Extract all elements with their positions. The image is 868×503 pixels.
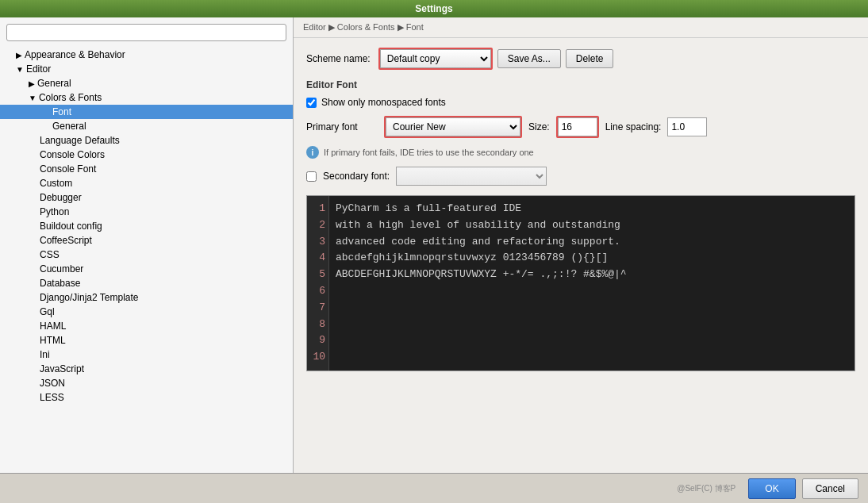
scheme-select[interactable]: Default copy [380, 49, 491, 68]
sidebar-item-font[interactable]: Font [0, 105, 293, 119]
sidebar-item-haml[interactable]: HAML [0, 319, 293, 333]
delete-button[interactable]: Delete [566, 49, 614, 68]
sidebar-item-django[interactable]: Django/Jinja2 Template [0, 290, 293, 305]
secondary-font-label: Secondary font: [323, 171, 390, 182]
line-number: 1 [310, 201, 325, 217]
primary-font-select[interactable]: Courier New [386, 117, 520, 136]
sidebar-item-label: HAML [40, 321, 66, 332]
sidebar-item-coffeescript[interactable]: CoffeeScript [0, 233, 293, 248]
monospaced-row: Show only monospaced fonts [306, 97, 855, 108]
title-text: Settings [415, 3, 452, 14]
size-label: Size: [528, 121, 550, 132]
scheme-select-wrap: Default copy [378, 48, 493, 70]
sidebar-item-custom[interactable]: Custom [0, 176, 293, 190]
info-icon: i [306, 146, 319, 159]
line-number: 2 [310, 217, 325, 234]
sidebar-item-colors-fonts[interactable]: Colors & Fonts [0, 90, 293, 105]
sidebar-item-ini[interactable]: Ini [0, 347, 293, 362]
code-line: advanced code editing and refactoring su… [336, 234, 848, 251]
sidebar-item-label: Ini [40, 349, 50, 360]
sidebar-item-debugger[interactable]: Debugger [0, 190, 293, 205]
code-area: PyCharm is a full-featured IDEwith a hig… [329, 196, 855, 371]
primary-font-label: Primary font [306, 121, 378, 132]
scheme-label: Scheme name: [306, 53, 371, 64]
sidebar-item-language-defaults[interactable]: Language Defaults [0, 133, 293, 148]
secondary-font-select[interactable] [396, 167, 547, 186]
sidebar-item-label: JavaScript [40, 363, 84, 374]
footer: @SelF(C) 博客P OK Cancel [0, 473, 868, 503]
sidebar-item-editor[interactable]: Editor [0, 62, 293, 76]
sidebar-item-label: JSON [40, 378, 65, 389]
line-number: 4 [310, 250, 325, 267]
sidebar-item-label: Language Defaults [40, 135, 120, 146]
sidebar-item-css[interactable]: CSS [0, 248, 293, 262]
size-input[interactable] [558, 117, 597, 136]
arrow-icon [29, 79, 35, 88]
sidebar-item-label: Console Font [40, 163, 96, 175]
tree-container: Appearance & BehaviorEditorGeneralColors… [0, 48, 293, 405]
sidebar-item-editor-general[interactable]: General [0, 119, 293, 133]
right-panel: Editor ▶ Colors & Fonts ▶ Font Scheme na… [294, 17, 868, 473]
line-number: 9 [310, 332, 325, 349]
sidebar-item-label: Debugger [40, 192, 82, 203]
sidebar-item-label: Buildout config [40, 221, 102, 232]
line-number: 5 [310, 267, 325, 283]
sidebar-item-label: LESS [40, 392, 64, 403]
breadcrumb: Editor ▶ Colors & Fonts ▶ Font [294, 17, 868, 38]
sidebar-item-gql[interactable]: Gql [0, 305, 293, 319]
sidebar-item-json[interactable]: JSON [0, 376, 293, 390]
title-bar: Settings [0, 0, 868, 17]
secondary-font-checkbox[interactable] [306, 171, 317, 182]
sidebar-item-label: Font [52, 106, 71, 117]
sidebar-item-label: Gql [40, 306, 55, 317]
sidebar-item-database[interactable]: Database [0, 276, 293, 290]
code-line: ABCDEFGHIJKLMNOPQRSTUVWXYZ +-*/= .,;:!? … [336, 267, 848, 283]
settings-content: Scheme name: Default copy Save As... Del… [294, 38, 868, 473]
code-line: with a high level of usability and outst… [336, 217, 848, 234]
arrow-icon [16, 51, 22, 60]
sidebar-item-console-font[interactable]: Console Font [0, 162, 293, 176]
code-line: abcdefghijklmnopqrstuvwxyz 0123456789 ()… [336, 250, 848, 267]
sidebar-item-label: Database [40, 278, 80, 289]
sidebar-item-label: Django/Jinja2 Template [40, 292, 139, 303]
info-row: i If primary font fails, IDE tries to us… [306, 146, 855, 159]
sidebar-item-general[interactable]: General [0, 76, 293, 90]
sidebar-item-label: Appearance & Behavior [25, 49, 125, 60]
line-number: 6 [310, 283, 325, 300]
save-as-button[interactable]: Save As... [497, 49, 561, 68]
line-numbers: 12345678910 [307, 196, 329, 371]
sidebar-item-buildout[interactable]: Buildout config [0, 219, 293, 233]
cancel-button[interactable]: Cancel [802, 478, 858, 499]
ok-button[interactable]: OK [748, 478, 795, 499]
search-bar [0, 21, 293, 44]
search-input[interactable] [6, 24, 286, 41]
arrow-icon [29, 94, 36, 102]
sidebar-item-javascript[interactable]: JavaScript [0, 362, 293, 376]
sidebar: Appearance & BehaviorEditorGeneralColors… [0, 17, 294, 473]
monospaced-checkbox[interactable] [306, 98, 317, 108]
sidebar-item-cucumber[interactable]: Cucumber [0, 262, 293, 276]
size-wrap [556, 116, 599, 138]
monospaced-label: Show only monospaced fonts [321, 97, 446, 108]
line-spacing-input[interactable] [667, 117, 707, 136]
preview-panel: 12345678910 PyCharm is a full-featured I… [306, 195, 855, 371]
sidebar-item-label: Console Colors [40, 149, 105, 160]
font-row: Primary font Courier New Size: Line spac… [306, 116, 855, 138]
info-text: If primary font fails, IDE tries to use … [324, 148, 534, 157]
secondary-font-row: Secondary font: [306, 167, 855, 186]
sidebar-item-console-colors[interactable]: Console Colors [0, 148, 293, 162]
sidebar-item-label: CoffeeScript [40, 235, 92, 246]
sidebar-item-label: Colors & Fonts [39, 92, 102, 103]
sidebar-item-label: General [37, 78, 71, 89]
scheme-row: Scheme name: Default copy Save As... Del… [306, 48, 855, 70]
line-number: 3 [310, 234, 325, 251]
arrow-icon [16, 65, 24, 74]
sidebar-item-less[interactable]: LESS [0, 390, 293, 405]
sidebar-item-label: CSS [40, 249, 60, 260]
sidebar-item-html[interactable]: HTML [0, 333, 293, 347]
sidebar-item-python[interactable]: Python [0, 205, 293, 219]
line-spacing-label: Line spacing: [605, 121, 662, 132]
font-input-wrap: Courier New [384, 116, 522, 138]
sidebar-item-label: General [52, 121, 86, 132]
sidebar-item-appearance[interactable]: Appearance & Behavior [0, 48, 293, 62]
